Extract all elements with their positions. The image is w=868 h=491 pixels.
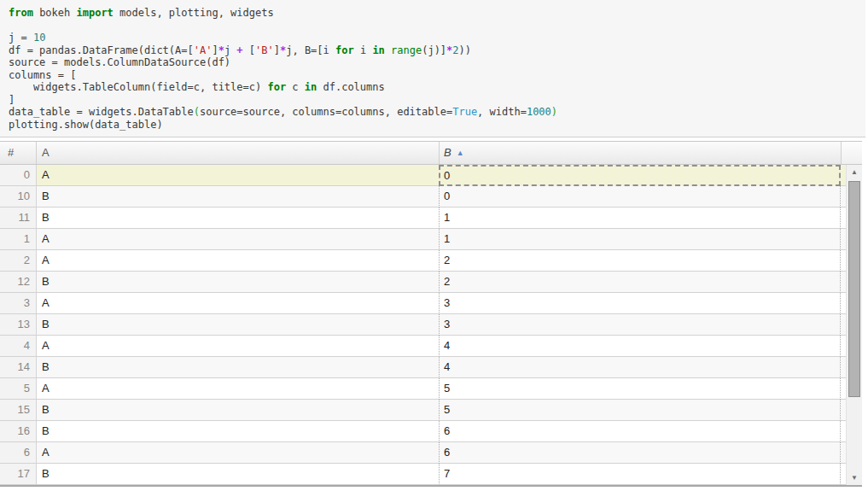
code-token: 10 — [33, 32, 45, 44]
scrollbar-up-icon[interactable]: ▲ — [847, 165, 862, 179]
code-token: in — [305, 81, 317, 93]
data-table: # A B▲ 0A010B011B11A12A212B23A313B34A414… — [0, 141, 862, 487]
cell-column-b[interactable]: 6 — [439, 421, 841, 442]
cell-column-b[interactable]: 6 — [439, 442, 841, 464]
vertical-scrollbar[interactable]: ▲ ▼ — [846, 165, 862, 485]
sort-ascending-icon: ▲ — [457, 149, 464, 157]
table-row[interactable]: 1A1 — [0, 229, 846, 250]
code-token: [ — [243, 44, 255, 56]
table-row[interactable]: 12B2 — [0, 272, 846, 293]
cell-column-a[interactable]: A — [37, 336, 440, 357]
cell-column-b[interactable]: 1 — [439, 208, 841, 229]
code-token: ] — [9, 94, 15, 106]
code-token: (j)] — [422, 44, 446, 56]
header-corner — [842, 142, 862, 164]
code-token: ] — [212, 44, 218, 56]
code-line: df = pandas.DataFrame(dict(A=['A']*j + [… — [9, 44, 857, 57]
code-token: df.columns — [317, 81, 384, 93]
code-token: ] — [274, 44, 280, 56]
row-index-cell[interactable]: 3 — [0, 293, 37, 314]
cell-column-b[interactable]: 4 — [439, 336, 841, 357]
row-index-cell[interactable]: 14 — [0, 357, 37, 378]
table-row[interactable]: 6A6 — [0, 442, 846, 464]
header-cell-a[interactable]: A — [37, 142, 440, 164]
table-row[interactable]: 16B6 — [0, 421, 846, 442]
code-token: columns = [ — [9, 69, 76, 81]
cell-column-a[interactable]: A — [37, 250, 440, 272]
cell-column-b[interactable]: 5 — [439, 400, 841, 421]
code-token: True — [452, 106, 477, 118]
table-row[interactable]: 2A2 — [0, 250, 846, 272]
code-token: from — [9, 7, 33, 19]
cell-column-a[interactable]: A — [37, 165, 440, 186]
code-token: )) — [459, 44, 471, 56]
cell-column-b[interactable]: 5 — [439, 378, 841, 400]
code-token: df = pandas.DataFrame(dict(A=[ — [9, 44, 194, 56]
header-cell-b[interactable]: B▲ — [440, 142, 842, 164]
row-index-cell[interactable]: 0 — [0, 165, 37, 186]
cell-column-a[interactable]: B — [37, 208, 440, 229]
cell-column-a[interactable]: A — [37, 229, 440, 250]
code-line: plotting.show(data_table) — [9, 119, 857, 132]
cell-column-a[interactable]: B — [37, 464, 440, 485]
code-token: c — [286, 81, 305, 93]
cell-column-a[interactable]: B — [37, 314, 440, 336]
table-row[interactable]: 14B4 — [0, 357, 846, 378]
cell-column-a[interactable]: B — [37, 186, 440, 208]
cell-column-a[interactable]: B — [37, 272, 440, 293]
code-token: 'B' — [255, 44, 274, 56]
row-index-cell[interactable]: 5 — [0, 378, 37, 400]
row-index-cell[interactable]: 15 — [0, 400, 37, 421]
code-token: ( — [194, 106, 200, 118]
table-row[interactable]: 17B7 — [0, 464, 846, 485]
code-token: i — [354, 44, 373, 56]
row-index-cell[interactable]: 16 — [0, 421, 37, 442]
table-row[interactable]: 13B3 — [0, 314, 846, 336]
cell-column-b[interactable]: 7 — [439, 464, 841, 485]
code-token: models, plotting, widgets — [114, 7, 274, 19]
cell-column-b[interactable]: 3 — [439, 314, 841, 336]
table-row[interactable]: 0A0 — [0, 165, 846, 186]
code-token: range — [391, 44, 422, 56]
table-row[interactable]: 4A4 — [0, 336, 846, 357]
row-index-cell[interactable]: 17 — [0, 464, 37, 485]
row-index-cell[interactable]: 12 — [0, 272, 37, 293]
cell-column-a[interactable]: A — [37, 378, 440, 400]
table-row[interactable]: 10B0 — [0, 186, 846, 208]
table-row[interactable]: 3A3 — [0, 293, 846, 314]
cell-column-a[interactable]: A — [37, 293, 440, 314]
scrollbar-down-icon[interactable]: ▼ — [847, 471, 862, 485]
cell-column-b[interactable]: 4 — [439, 357, 841, 378]
code-line — [9, 20, 857, 32]
scrollbar-thumb[interactable] — [848, 181, 860, 397]
cell-column-b[interactable]: 0 — [439, 186, 841, 208]
cell-column-a[interactable]: B — [37, 421, 440, 442]
table-row[interactable]: 15B5 — [0, 400, 846, 421]
row-index-cell[interactable]: 6 — [0, 442, 37, 464]
code-token: j — [224, 44, 236, 56]
table-row[interactable]: 5A5 — [0, 378, 846, 400]
row-index-cell[interactable]: 1 — [0, 229, 37, 250]
row-index-cell[interactable]: 11 — [0, 208, 37, 229]
cell-column-b[interactable]: 3 — [439, 293, 841, 314]
code-line: source = models.ColumnDataSource(df) — [9, 56, 857, 69]
cell-column-a[interactable]: B — [37, 400, 440, 421]
row-index-cell[interactable]: 4 — [0, 336, 37, 357]
code-token — [385, 44, 391, 56]
table-row[interactable]: 11B1 — [0, 208, 846, 229]
cell-column-b[interactable]: 2 — [439, 250, 841, 272]
cell-column-a[interactable]: A — [37, 442, 440, 464]
code-block: from bokeh import models, plotting, widg… — [0, 0, 865, 137]
row-index-cell[interactable]: 2 — [0, 250, 37, 272]
row-index-cell[interactable]: 10 — [0, 186, 37, 208]
code-token: 1000 — [527, 106, 551, 118]
cell-column-a[interactable]: B — [37, 357, 440, 378]
header-cell-index[interactable]: # — [0, 142, 37, 164]
cell-column-b[interactable]: 2 — [439, 272, 841, 293]
code-line: from bokeh import models, plotting, widg… — [9, 7, 857, 20]
row-index-cell[interactable]: 13 — [0, 314, 37, 336]
active-cell[interactable]: 0 — [439, 165, 841, 186]
cell-column-b[interactable]: 1 — [439, 229, 841, 250]
code-token: + — [236, 44, 242, 56]
code-token: j, B=[i — [286, 44, 335, 56]
